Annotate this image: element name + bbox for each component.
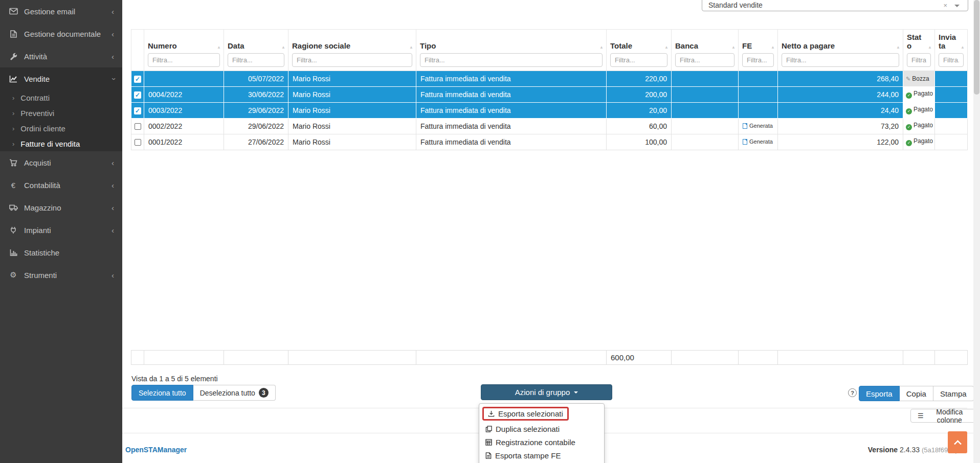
paid-check-icon: ✓ — [906, 92, 912, 99]
select-caret-icon[interactable] — [954, 5, 960, 7]
sidebar-item-magazzino[interactable]: Magazzino ‹ — [0, 196, 122, 219]
sidebar-item-strumenti[interactable]: ⚙ Strumenti ‹ — [0, 264, 122, 286]
cell-banca — [672, 86, 739, 102]
export-button-group: Esporta Copia Stampa — [859, 386, 974, 401]
filter-input-ragione-sociale[interactable] — [292, 53, 412, 67]
column-header-totale[interactable]: Totale▲ — [607, 30, 672, 71]
sidebar-item-acquisti[interactable]: Acquisti ‹ — [0, 151, 122, 174]
cell-numero: 0001/2022 — [144, 134, 224, 150]
column-header-stato[interactable]: Stato▲ — [903, 30, 935, 71]
sidebar-item-impianti[interactable]: Impianti ‹ — [0, 219, 122, 241]
select-column-header — [131, 30, 144, 71]
scrollbar-thumb[interactable] — [974, 0, 979, 95]
chevron-right-icon: › — [12, 125, 14, 132]
sidebar-item-statistiche[interactable]: Statistiche — [0, 241, 122, 264]
document-icon — [485, 452, 492, 459]
chevron-left-icon: ‹ — [112, 226, 114, 235]
row-checkbox[interactable]: ✓ — [131, 71, 144, 86]
sidebar-item-preventivi[interactable]: › Preventivi — [0, 105, 122, 121]
filter-input-numero[interactable] — [148, 53, 220, 67]
cell-stato: ✓Pagato — [903, 86, 935, 102]
filter-input-tipo[interactable] — [420, 53, 603, 67]
sidebar-subitem-label: Preventivi — [20, 109, 54, 118]
cell-inviata — [935, 71, 968, 86]
brand-link[interactable]: OpenSTAManager — [125, 446, 187, 454]
sidebar-item-vendite[interactable]: Vendite ‹ — [0, 67, 122, 90]
menu-item-esporta-stampe-fe[interactable]: Esporta stampe FE — [479, 449, 604, 462]
row-checkbox[interactable] — [131, 118, 144, 134]
copy-button[interactable]: Copia — [900, 386, 933, 401]
sidebar-item-gestione-email[interactable]: Gestione email ‹ — [0, 0, 122, 22]
sort-icon: ▲ — [217, 45, 221, 50]
sidebar-item-contratti[interactable]: › Contratti — [0, 90, 122, 105]
table-row[interactable]: 0002/2022 29/06/2022 Mario Rossi Fattura… — [131, 118, 968, 134]
export-button[interactable]: Esporta — [859, 386, 900, 401]
filter-input-netto[interactable] — [782, 53, 899, 67]
invoice-file-icon — [743, 123, 747, 129]
cell-numero: 0004/2022 — [144, 86, 224, 102]
sidebar-item-ordini-cliente[interactable]: › Ordini cliente — [0, 121, 122, 136]
column-header-inviata[interactable]: Inviata▲ — [935, 30, 968, 71]
cell-ragione-sociale: Mario Rossi — [288, 86, 416, 102]
selection-button-group: Seleziona tutto Deseleziona tutto 3 — [131, 385, 276, 401]
select-all-button[interactable]: Seleziona tutto — [131, 385, 193, 401]
row-checkbox[interactable] — [131, 134, 144, 150]
sidebar-item-attivita[interactable]: Attività ‹ — [0, 45, 122, 67]
filter-input-fe[interactable] — [742, 53, 774, 67]
filter-input-totale[interactable] — [610, 53, 667, 67]
help-icon[interactable]: ? — [848, 388, 857, 397]
filter-input-banca[interactable] — [675, 53, 734, 67]
row-checkbox[interactable]: ✓ — [131, 86, 144, 102]
scrollbar-track[interactable] — [973, 0, 980, 463]
sidebar-item-gestione-documentale[interactable]: Gestione documentale ‹ — [0, 22, 122, 45]
cell-fe — [739, 102, 778, 118]
cell-data: 30/06/2022 — [224, 86, 288, 102]
sidebar-item-contabilita[interactable]: € Contabilità ‹ — [0, 174, 122, 196]
checkbox-unchecked-icon — [135, 123, 141, 130]
column-header-numero[interactable]: Numero▲ — [144, 30, 224, 71]
cell-totale: 200,00 — [607, 86, 672, 102]
euro-icon: € — [7, 181, 19, 190]
sidebar: Gestione email ‹ Gestione documentale ‹ … — [0, 0, 122, 463]
column-header-banca[interactable]: Banca▲ — [672, 30, 739, 71]
menu-item-esporta-selezionati[interactable]: Esporta selezionati — [488, 409, 563, 418]
filter-input-inviata[interactable] — [939, 53, 964, 67]
annotation-box: Esporta selezionati — [482, 407, 569, 421]
sidebar-subitem-label: Fatture di vendita — [20, 140, 80, 148]
table-row[interactable]: ✓ 05/07/2022 Mario Rossi Fattura immedia… — [131, 71, 968, 86]
sidebar-item-fatture-di-vendita[interactable]: › Fatture di vendita — [0, 136, 122, 151]
cell-tipo: Fattura immediata di vendita — [416, 118, 607, 134]
column-header-tipo[interactable]: Tipo▲ — [416, 30, 607, 71]
column-header-fe[interactable]: FE▲ — [739, 30, 778, 71]
print-button[interactable]: Stampa — [933, 386, 974, 401]
sidebar-item-label: Vendite — [24, 75, 50, 83]
column-header-ragione-sociale[interactable]: Ragione sociale▲ — [288, 30, 416, 71]
menu-item-registrazione-contabile[interactable]: Registrazione contabile — [479, 435, 604, 449]
edit-columns-button[interactable]: ☰ Modifica colonne — [910, 409, 980, 423]
sidebar-item-label: Statistiche — [24, 248, 59, 257]
clear-selection-icon[interactable]: × — [936, 2, 954, 9]
module-template-select[interactable]: Standard vendite × — [702, 0, 968, 11]
table-grid-icon — [485, 439, 492, 446]
table-row[interactable]: ✓ 0004/2022 30/06/2022 Mario Rossi Fattu… — [131, 86, 968, 102]
filter-input-data[interactable] — [228, 53, 284, 67]
cell-inviata — [935, 118, 968, 134]
cell-tipo: Fattura immediata di vendita — [416, 134, 607, 150]
cell-banca — [672, 102, 739, 118]
invoices-table: Numero▲ Data▲ Ragione sociale▲ Tipo▲ Tot… — [131, 29, 967, 365]
group-actions-button[interactable]: Azioni di gruppo — [481, 384, 612, 400]
cell-stato: ✓Pagato — [903, 134, 935, 150]
table-row[interactable]: ✓ 0003/2022 29/06/2022 Mario Rossi Fattu… — [131, 102, 968, 118]
column-header-data[interactable]: Data▲ — [224, 30, 288, 71]
sort-icon: ▲ — [281, 45, 285, 50]
filter-input-stato[interactable] — [907, 53, 931, 67]
row-checkbox[interactable]: ✓ — [131, 102, 144, 118]
cell-fe — [739, 71, 778, 86]
scroll-to-top-button[interactable] — [948, 431, 967, 453]
menu-item-duplica-selezionati[interactable]: Duplica selezionati — [479, 422, 604, 435]
deselect-all-button[interactable]: Deseleziona tutto 3 — [193, 385, 276, 401]
cell-inviata — [935, 86, 968, 102]
chevron-left-icon: ‹ — [112, 52, 114, 61]
table-row[interactable]: 0001/2022 27/06/2022 Mario Rossi Fattura… — [131, 134, 968, 150]
column-header-netto-a-pagare[interactable]: Netto a pagare▲ — [778, 30, 903, 71]
